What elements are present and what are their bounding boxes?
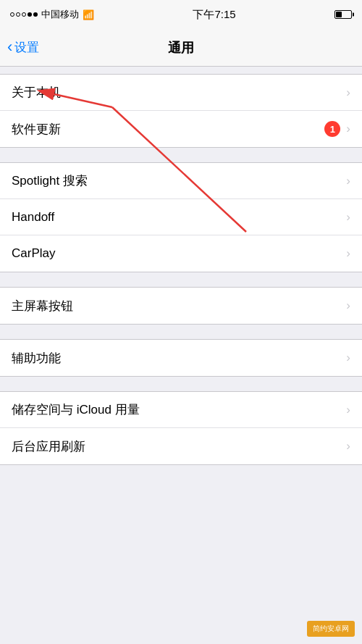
nav-title: 通用 [168, 39, 194, 57]
label-storage-icloud: 储存空间与 iCloud 用量 [12, 401, 140, 418]
battery-icon [334, 10, 352, 19]
chevron-icon-software-update: › [346, 122, 350, 136]
label-spotlight: Spotlight 搜索 [12, 172, 88, 189]
label-home-button: 主屏幕按钮 [12, 298, 73, 314]
list-item-storage-icloud[interactable]: 储存空间与 iCloud 用量› [0, 392, 362, 428]
section-section1: 关于本机›软件更新1› [0, 74, 362, 148]
badge-software-update: 1 [324, 121, 340, 137]
carrier-label: 中国移动 [41, 8, 79, 21]
chevron-icon-carplay: › [346, 246, 350, 261]
label-accessibility: 辅助功能 [12, 350, 61, 367]
time-label: 下午7:15 [193, 8, 235, 20]
list-item-carplay[interactable]: CarPlay› [0, 235, 362, 272]
chevron-icon-storage-icloud: › [346, 403, 350, 417]
label-carplay: CarPlay [12, 246, 55, 261]
signal-strength [10, 12, 38, 17]
section-section5: 储存空间与 iCloud 用量›后台应用刷新› [0, 391, 362, 465]
list-item-home-button[interactable]: 主屏幕按钮› [0, 288, 362, 324]
list-item-handoff[interactable]: Handoff› [0, 199, 362, 235]
list-item-software-update[interactable]: 软件更新1› [0, 111, 362, 147]
back-button[interactable]: ‹ 设置 [7, 39, 39, 56]
label-background-refresh: 后台应用刷新 [12, 438, 85, 455]
watermark: 简约安卓网 [307, 621, 355, 637]
chevron-icon-spotlight: › [346, 174, 350, 188]
section-section2: Spotlight 搜索›Handoff›CarPlay› [0, 162, 362, 272]
section-section3: 主屏幕按钮› [0, 287, 362, 325]
back-label: 设置 [14, 39, 39, 56]
label-about: 关于本机 [12, 84, 61, 101]
list-item-spotlight[interactable]: Spotlight 搜索› [0, 163, 362, 199]
label-software-update: 软件更新 [12, 121, 61, 138]
label-handoff: Handoff [12, 210, 54, 225]
wifi-icon: 📶 [83, 9, 94, 20]
chevron-icon-accessibility: › [346, 351, 350, 365]
chevron-icon-home-button: › [346, 298, 350, 313]
chevron-icon-handoff: › [346, 210, 350, 225]
status-bar: 中国移动 📶 下午7:15 [0, 0, 362, 29]
chevron-icon-about: › [346, 85, 350, 100]
back-chevron-icon: ‹ [7, 39, 12, 55]
nav-bar: ‹ 设置 通用 [0, 29, 362, 67]
list-item-accessibility[interactable]: 辅助功能› [0, 340, 362, 376]
content: 关于本机›软件更新1›Spotlight 搜索›Handoff›CarPlay›… [0, 67, 362, 465]
list-item-background-refresh[interactable]: 后台应用刷新› [0, 428, 362, 464]
chevron-icon-background-refresh: › [346, 439, 350, 453]
section-section4: 辅助功能› [0, 339, 362, 377]
list-item-about[interactable]: 关于本机› [0, 75, 362, 111]
